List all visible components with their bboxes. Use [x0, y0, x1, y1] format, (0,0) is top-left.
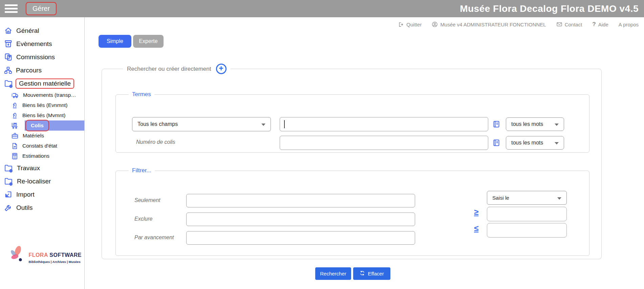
archive-box-icon [4, 40, 13, 48]
sidebar-item-outils[interactable]: Outils [0, 201, 84, 214]
sidebar-item-travaux[interactable]: Travaux [0, 161, 84, 175]
user-account-link[interactable]: Musée v4 ADMINISTRATEUR FONCTIONNEL [432, 21, 546, 27]
utility-bar: Quitter Musée v4 ADMINISTRATEUR FONCTION… [398, 19, 639, 29]
sidebar-item-estimations[interactable]: Estimations [0, 151, 84, 161]
folder-globe-icon [4, 177, 13, 186]
sidebar-item-commissions[interactable]: Commissions [0, 50, 84, 64]
sidebar-item-evenements[interactable]: Evènements [0, 37, 84, 50]
flora-software-logo: FLORA SOFTWARE Bibliothèques | Archives … [9, 243, 82, 268]
termes-legend: Termes [129, 91, 154, 98]
app: Gérer Musée Flora Decalog Flora DEMO v4.… [0, 0, 644, 289]
chess-knight-icon [11, 112, 18, 119]
search-terms-input[interactable] [280, 117, 488, 131]
envelope-icon [556, 22, 562, 27]
tab-experte[interactable]: Experte [133, 35, 164, 48]
index-lookup-icon-2[interactable] [492, 139, 500, 148]
brand-name: FLORA SOFTWARE [28, 252, 82, 258]
filter-section: Filtrer... Seulement Exclure Par avancem… [115, 167, 589, 256]
help-link[interactable]: ? Aide [592, 21, 608, 28]
contact-link[interactable]: Contact [556, 22, 582, 27]
create-plus-button[interactable]: + [216, 64, 227, 74]
index-lookup-icon-1[interactable] [492, 120, 500, 130]
calculator-icon [11, 153, 18, 160]
progress-label: Par avancement [134, 235, 174, 241]
about-link[interactable]: A propos [619, 22, 639, 27]
manage-menu-button[interactable]: Gérer [26, 2, 57, 15]
chevron-down-icon [555, 142, 559, 144]
text-cursor [284, 120, 285, 128]
refresh-icon [360, 270, 365, 277]
search-create-panel: Rechercher ou créer directement + Termes… [102, 64, 602, 259]
search-button[interactable]: Rechercher [315, 267, 351, 280]
sidebar-item-biens-lies-mvmnt[interactable]: Biens liés (Mvmnt) [0, 110, 84, 120]
user-icon [432, 21, 438, 27]
chevron-down-icon [557, 197, 561, 200]
app-title: Musée Flora Decalog Flora DEMO v4.5 [460, 3, 639, 14]
only-input[interactable] [186, 194, 415, 207]
sidebar-item-colis[interactable]: Colis [0, 120, 84, 131]
chevron-down-icon [261, 124, 265, 126]
documents-icon [4, 53, 13, 61]
word-mode-dropdown-1[interactable]: tous les mots [506, 117, 564, 131]
import-icon [4, 190, 13, 199]
sidebar-item-biens-lies-evnmnt[interactable]: Biens liés (Evnmnt) [0, 100, 84, 110]
package-number-input[interactable] [280, 136, 488, 150]
trolley-icon [11, 122, 19, 129]
only-label: Seulement [134, 197, 160, 203]
word-mode-dropdown-2[interactable]: tous les mots [506, 136, 564, 150]
lte-label: ≤ [474, 224, 478, 233]
selected-row-highlight: Colis [25, 120, 84, 131]
sitemap-icon [4, 66, 12, 74]
chevron-down-icon [555, 124, 559, 126]
sidebar-item-relocaliser[interactable]: Re-localiser [0, 175, 84, 188]
field-selector-dropdown[interactable]: Tous les champs [132, 117, 271, 131]
progress-input[interactable] [186, 231, 415, 245]
sidebar-item-parcours[interactable]: Parcours [0, 64, 84, 77]
gte-label: ≥ [474, 207, 478, 217]
folder-globe-icon [4, 163, 13, 173]
package-number-label: Numéro de colis [136, 139, 175, 145]
sidebar-item-constats[interactable]: Constats d'état [0, 141, 84, 151]
tab-simple[interactable]: Simple [99, 35, 131, 48]
logout-icon [398, 22, 404, 27]
exclude-input[interactable] [186, 213, 415, 226]
sidebar: Général Evènements Commissions Parcours … [0, 17, 85, 289]
date-from-input[interactable] [487, 207, 567, 221]
home-icon [4, 26, 13, 35]
folder-globe-icon [4, 79, 13, 88]
wrench-icon [4, 203, 13, 212]
toolbox-icon [11, 132, 19, 139]
date-to-input[interactable] [487, 223, 567, 238]
sidebar-nav: Général Evènements Commissions Parcours … [0, 24, 84, 214]
filter-legend: Filtrer... [129, 167, 155, 174]
chess-knight-icon [11, 102, 18, 109]
question-icon: ? [592, 21, 596, 28]
date-type-dropdown[interactable]: Saisi le [487, 191, 567, 205]
hamburger-icon[interactable] [5, 3, 18, 15]
sidebar-item-materiels[interactable]: Matériels [0, 131, 84, 141]
sidebar-item-general[interactable]: Général [0, 24, 84, 37]
flora-flower-icon [9, 243, 26, 268]
sidebar-item-import[interactable]: Import [0, 188, 84, 201]
truck-icon [11, 91, 19, 99]
brand-tagline: Bibliothèques | Archives | Musées [28, 260, 82, 264]
termes-section: Termes Tous les champs tous les mots Num… [115, 91, 589, 153]
quit-link[interactable]: Quitter [398, 22, 422, 27]
sidebar-item-mouvements[interactable]: Mouvements (transp… [0, 90, 84, 100]
exclude-label: Exclure [134, 216, 152, 222]
panel-legend: Rechercher ou créer directement + [123, 64, 231, 74]
search-mode-tabs: Simple Experte [99, 35, 164, 48]
clear-button[interactable]: Effacer [353, 267, 390, 280]
sidebar-item-gestion-materielle[interactable]: Gestion matérielle [0, 77, 84, 90]
report-document-icon [11, 142, 18, 150]
header-bar: Gérer Musée Flora Decalog Flora DEMO v4.… [0, 0, 644, 17]
